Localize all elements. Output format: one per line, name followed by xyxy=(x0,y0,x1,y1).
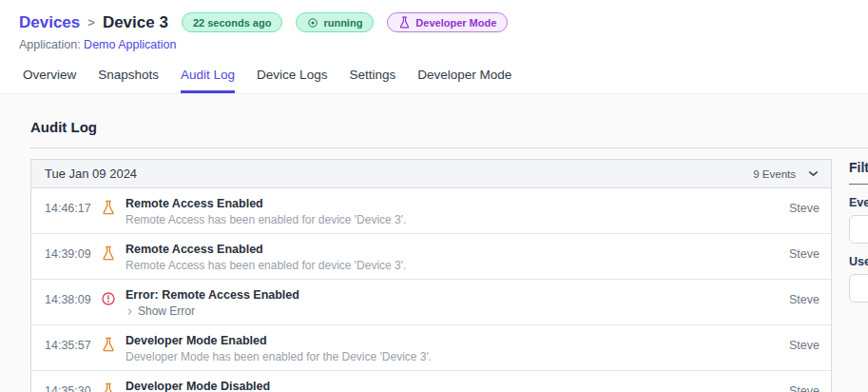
tab-device-logs[interactable]: Device Logs xyxy=(257,64,327,93)
filter-users-input[interactable] xyxy=(849,274,868,303)
event-user: Steve xyxy=(789,202,820,215)
event-time: 14:46:17 xyxy=(45,202,97,215)
event-icon-slot xyxy=(101,382,117,392)
filter-users-label: Users xyxy=(849,255,868,268)
event-row: 14:38:09 Error: Remote Access Enabled Sh… xyxy=(31,280,831,325)
breadcrumb: Devices > Device 3 xyxy=(19,13,168,32)
developer-mode-badge-label: Developer Mode xyxy=(415,17,496,29)
audit-log-panel: Tue Jan 09 2024 9 Events 14:46:17 Remote… xyxy=(30,159,832,392)
tab-developer-mode[interactable]: Developer Mode xyxy=(417,64,511,93)
application-row: Application: Demo Application xyxy=(19,38,868,51)
event-user: Steve xyxy=(789,339,820,352)
event-title: Remote Access Enabled xyxy=(125,243,789,256)
event-icon-slot xyxy=(101,337,117,352)
event-time: 14:38:09 xyxy=(45,293,97,306)
tab-settings[interactable]: Settings xyxy=(349,64,395,93)
event-icon-slot xyxy=(101,245,117,261)
event-row: 14:39:09 Remote Access Enabled Remote Ac… xyxy=(31,234,831,280)
breadcrumb-current: Device 3 xyxy=(103,13,168,32)
event-icon-slot xyxy=(101,291,117,306)
show-error-label: Show Error xyxy=(138,304,195,318)
page-header: Devices > Device 3 22 seconds ago runnin… xyxy=(0,0,868,94)
filter-panel: Filter Events Users xyxy=(849,159,868,303)
event-title: Remote Access Enabled xyxy=(125,197,789,210)
chevron-down-icon xyxy=(807,167,820,180)
title-divider xyxy=(30,147,868,148)
collapse-group-button[interactable] xyxy=(807,167,820,180)
running-status-badge: running xyxy=(296,12,374,32)
events-count: 9 Events xyxy=(753,168,796,180)
filter-events-input[interactable] xyxy=(849,215,868,244)
last-seen-badge-label: 22 seconds ago xyxy=(193,17,272,29)
tab-snapshots[interactable]: Snapshots xyxy=(98,64,159,93)
error-icon xyxy=(101,291,116,306)
application-link[interactable]: Demo Application xyxy=(84,38,176,51)
flask-icon xyxy=(101,382,116,392)
breadcrumb-separator: > xyxy=(87,15,95,29)
event-list: 14:46:17 Remote Access Enabled Remote Ac… xyxy=(31,188,831,392)
content-area: Audit Log Tue Jan 09 2024 9 Events 14:46… xyxy=(0,94,868,392)
event-time: 14:39:09 xyxy=(45,247,97,261)
breadcrumb-devices-link[interactable]: Devices xyxy=(19,13,80,32)
event-time: 14:35:57 xyxy=(45,339,97,352)
flask-icon xyxy=(398,16,411,29)
running-status-label: running xyxy=(323,17,362,29)
tab-bar: OverviewSnapshotsAudit LogDevice LogsSet… xyxy=(23,64,868,93)
flask-icon xyxy=(101,200,116,215)
filter-events-label: Events xyxy=(849,196,868,209)
event-row: 14:46:17 Remote Access Enabled Remote Ac… xyxy=(31,188,831,234)
developer-mode-badge: Developer Mode xyxy=(387,12,508,32)
tab-audit-log[interactable]: Audit Log xyxy=(181,64,235,93)
tab-overview[interactable]: Overview xyxy=(23,64,76,93)
event-time: 14:35:30 xyxy=(45,384,97,392)
show-error-toggle[interactable]: Show Error xyxy=(125,304,195,318)
event-user: Steve xyxy=(789,384,820,392)
event-description: Developer Mode has been enabled for the … xyxy=(125,350,789,363)
event-icon-slot xyxy=(101,200,117,215)
date-group-header[interactable]: Tue Jan 09 2024 9 Events xyxy=(31,160,831,188)
event-title: Developer Mode Disabled xyxy=(125,380,789,392)
last-seen-badge: 22 seconds ago xyxy=(182,12,283,32)
event-title: Developer Mode Enabled xyxy=(125,334,789,347)
application-label: Application: xyxy=(19,38,81,51)
record-icon xyxy=(307,17,318,29)
date-group-label: Tue Jan 09 2024 xyxy=(45,167,137,181)
filter-divider xyxy=(849,184,868,185)
event-user: Steve xyxy=(789,293,820,306)
flask-icon xyxy=(101,337,116,352)
filter-title: Filter xyxy=(849,160,868,175)
event-description: Remote Access has been enabled for devic… xyxy=(125,213,789,226)
event-row: 14:35:30 Developer Mode Disabled Steve xyxy=(31,371,831,392)
event-description: Remote Access has been enabled for devic… xyxy=(125,259,789,272)
chevron-right-icon xyxy=(125,307,134,316)
page-title: Audit Log xyxy=(0,94,868,135)
flask-icon xyxy=(101,245,116,261)
event-user: Steve xyxy=(789,247,820,261)
event-title: Error: Remote Access Enabled xyxy=(125,288,789,302)
event-row: 14:35:57 Developer Mode Enabled Develope… xyxy=(31,325,831,371)
